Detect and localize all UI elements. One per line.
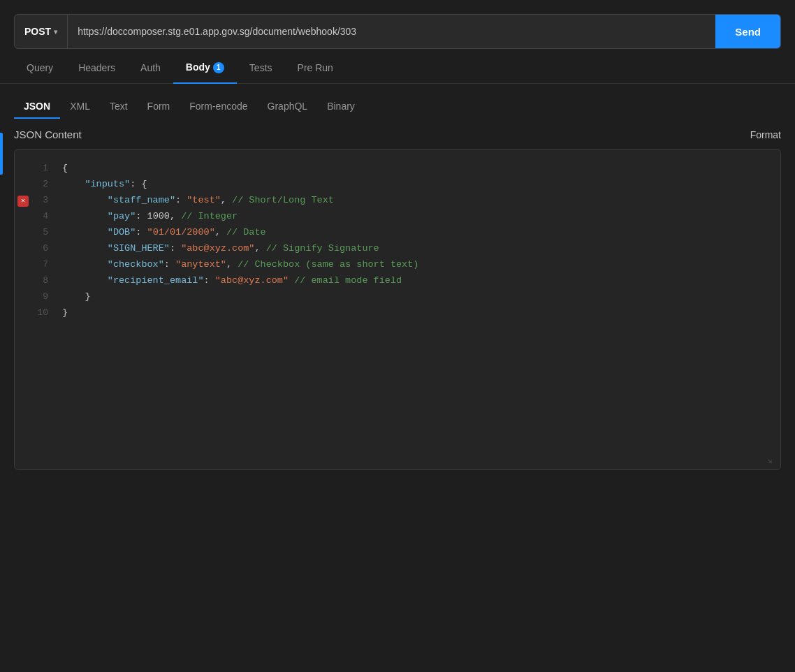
tab-pre-run[interactable]: Pre Run [285, 52, 346, 83]
line-content: "pay": 1000, // Integer [62, 209, 769, 225]
request-bar: POST ▾ Send [14, 14, 781, 49]
url-input[interactable] [68, 15, 715, 48]
code-line: 6 "SIGN_HERE": "abc@xyz.com", // Signify… [15, 241, 780, 257]
line-number: 9 [26, 289, 48, 305]
method-selector[interactable]: POST ▾ [15, 15, 68, 48]
line-number: 10 [26, 305, 48, 321]
code-line: 9 } [15, 289, 780, 305]
format-button[interactable]: Format [750, 129, 781, 140]
line-content: } [62, 289, 769, 305]
subtab-json[interactable]: JSON [14, 95, 60, 117]
body-tab-badge: 1 [213, 62, 224, 73]
line-number: 2 [26, 177, 48, 192]
method-label: POST [24, 26, 51, 37]
subtab-text[interactable]: Text [100, 95, 138, 117]
top-tabs: Query Headers Auth Body1 Tests Pre Run [0, 52, 795, 84]
code-line: ✕3 "staff_name": "test", // Short/Long T… [15, 193, 780, 209]
chevron-down-icon: ▾ [54, 28, 57, 36]
line-number: 6 [26, 241, 48, 256]
send-button[interactable]: Send [715, 15, 780, 48]
line-content: "recipient_email": "abc@xyz.com" // emai… [62, 273, 769, 289]
subtab-graphql[interactable]: GraphQL [258, 95, 318, 117]
code-line: 2 "inputs": { [15, 177, 780, 193]
code-line: 8 "recipient_email": "abc@xyz.com" // em… [15, 273, 780, 289]
body-subtabs: JSON XML Text Form Form-encode GraphQL B… [0, 84, 795, 117]
line-content: "staff_name": "test", // Short/Long Text [62, 193, 769, 209]
subtab-binary[interactable]: Binary [317, 95, 365, 117]
code-editor[interactable]: 1{2 "inputs": {✕3 "staff_name": "test", … [14, 149, 781, 470]
line-content: } [62, 305, 769, 321]
code-line: 1{ [15, 161, 780, 177]
line-content: "checkbox": "anytext", // Checkbox (same… [62, 257, 769, 273]
line-content: { [62, 161, 769, 177]
subtab-form[interactable]: Form [138, 95, 180, 117]
tab-body[interactable]: Body1 [173, 52, 237, 83]
subtab-form-encode[interactable]: Form-encode [180, 95, 257, 117]
line-content: "inputs": { [62, 177, 769, 193]
line-number: 3 [26, 193, 48, 208]
json-header: JSON Content Format [14, 129, 781, 140]
code-line: 5 "DOB": "01/01/2000", // Date [15, 225, 780, 241]
error-icon: ✕ [17, 196, 29, 207]
tab-tests[interactable]: Tests [237, 52, 285, 83]
line-number: 8 [26, 273, 48, 288]
line-number: 5 [26, 225, 48, 240]
subtab-xml[interactable]: XML [60, 95, 100, 117]
tab-query[interactable]: Query [14, 52, 66, 83]
code-line: 7 "checkbox": "anytext", // Checkbox (sa… [15, 257, 780, 273]
tab-auth[interactable]: Auth [128, 52, 173, 83]
line-number: 4 [26, 209, 48, 224]
line-number: 1 [26, 161, 48, 176]
line-number: 7 [26, 257, 48, 272]
left-accent-bar [0, 133, 3, 175]
tab-headers[interactable]: Headers [66, 52, 128, 83]
code-line: 4 "pay": 1000, // Integer [15, 209, 780, 225]
json-section: JSON Content Format 1{2 "inputs": {✕3 "s… [0, 117, 795, 481]
code-line: 10} [15, 305, 780, 321]
line-content: "DOB": "01/01/2000", // Date [62, 225, 769, 241]
json-content-title: JSON Content [14, 129, 82, 140]
resize-handle[interactable]: ⇲ [768, 458, 776, 467]
line-content: "SIGN_HERE": "abc@xyz.com", // Signify S… [62, 241, 769, 257]
